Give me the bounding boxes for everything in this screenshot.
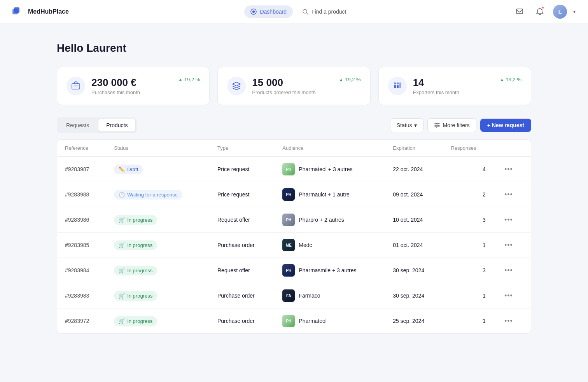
tab-requests[interactable]: Requests bbox=[58, 119, 97, 131]
row-more-button[interactable]: ••• bbox=[501, 265, 516, 276]
row-type: Request offer bbox=[210, 207, 275, 233]
purchases-trend: ▲ 19,2 % bbox=[178, 77, 200, 82]
table-body: #9283987 ✏️ Draft Price request PH Pharm… bbox=[57, 157, 531, 334]
row-responses: 3 bbox=[443, 258, 494, 283]
exporters-trend-value: 19,2 % bbox=[506, 77, 522, 82]
status-badge-icon: 🛒 bbox=[119, 242, 125, 248]
table-row[interactable]: #9283987 ✏️ Draft Price request PH Pharm… bbox=[57, 157, 531, 182]
avatar[interactable]: L bbox=[553, 5, 567, 19]
row-type: Purchase order bbox=[210, 283, 275, 308]
status-badge-label: In progress bbox=[127, 242, 152, 248]
table-row[interactable]: #9283986 🛒 In progress Request offer PH … bbox=[57, 207, 531, 233]
status-filter-button[interactable]: Status ▾ bbox=[390, 118, 424, 132]
messages-button[interactable] bbox=[513, 5, 527, 19]
table-row[interactable]: #9283985 🛒 In progress Purchase order ME… bbox=[57, 233, 531, 258]
row-more-button[interactable]: ••• bbox=[501, 315, 516, 327]
status-badge: ✏️ Draft bbox=[114, 165, 143, 174]
row-reference: #9283987 bbox=[57, 157, 106, 182]
row-audience: FA Farmaco bbox=[275, 283, 385, 308]
row-status: 🛒 In progress bbox=[106, 207, 210, 233]
row-actions: ••• bbox=[494, 207, 531, 233]
status-badge-icon: 🛒 bbox=[119, 318, 125, 324]
row-responses: 4 bbox=[443, 157, 494, 182]
navbar: MedHubPlace Dashboard Find a product bbox=[0, 0, 588, 23]
audience-label: Pharmasmile + 3 autres bbox=[299, 267, 356, 273]
audience-avatar: PH bbox=[282, 315, 295, 327]
svg-rect-1 bbox=[14, 7, 19, 13]
audience-cell: ME Medc bbox=[282, 239, 377, 251]
row-more-button[interactable]: ••• bbox=[501, 214, 516, 226]
audience-label: Medc bbox=[299, 242, 312, 248]
toolbar: Requests Products Status ▾ More filters bbox=[57, 117, 531, 133]
audience-avatar: PH bbox=[282, 163, 295, 175]
more-filters-button[interactable]: More filters bbox=[427, 118, 476, 132]
row-more-button[interactable]: ••• bbox=[501, 164, 516, 175]
stat-cards: 230 000 € Purchases this month ▲ 19,2 % … bbox=[57, 67, 531, 105]
products-trend: ▲ 19,2 % bbox=[339, 77, 360, 82]
logo[interactable]: MedHubPlace bbox=[12, 7, 69, 16]
audience-cell: PH Pharmateol + 3 autres bbox=[282, 163, 377, 175]
status-badge-label: In progress bbox=[127, 217, 152, 223]
table-row[interactable]: #9283988 🕐 Waiting for a response Price … bbox=[57, 182, 531, 207]
row-type: Price request bbox=[210, 182, 275, 207]
products-trend-value: 19,2 % bbox=[345, 77, 360, 82]
row-responses: 1 bbox=[443, 283, 494, 308]
status-badge: 🛒 In progress bbox=[114, 266, 157, 275]
nav-dashboard[interactable]: Dashboard bbox=[244, 5, 293, 18]
status-badge: 🛒 In progress bbox=[114, 240, 157, 250]
svg-rect-10 bbox=[397, 82, 399, 84]
notification-badge bbox=[541, 6, 544, 9]
row-type: Price request bbox=[210, 157, 275, 182]
col-type: Type bbox=[210, 140, 275, 157]
svg-rect-9 bbox=[394, 82, 396, 84]
new-request-button[interactable]: + New request bbox=[480, 119, 531, 132]
notifications-button[interactable] bbox=[533, 5, 547, 19]
products-value: 15 000 bbox=[252, 77, 332, 89]
avatar-chevron-icon[interactable]: ▾ bbox=[573, 9, 576, 14]
audience-avatar: ME bbox=[282, 239, 295, 251]
row-status: 🛒 In progress bbox=[106, 283, 210, 308]
nav-find-product[interactable]: Find a product bbox=[296, 5, 353, 18]
products-content: 15 000 Products ordered this month bbox=[252, 77, 332, 95]
row-expiration: 01 oct. 2024 bbox=[385, 233, 443, 258]
row-status: ✏️ Draft bbox=[106, 157, 210, 182]
logo-icon bbox=[12, 7, 25, 16]
logo-text: MedHubPlace bbox=[28, 8, 69, 15]
status-badge-icon: 🛒 bbox=[119, 268, 125, 273]
purchases-value: 230 000 € bbox=[91, 77, 172, 89]
svg-point-19 bbox=[436, 126, 437, 128]
table-row[interactable]: #9283984 🛒 In progress Request offer PH … bbox=[57, 258, 531, 283]
status-badge-label: In progress bbox=[127, 318, 152, 324]
status-badge-icon: 🛒 bbox=[119, 217, 125, 223]
row-status: 🛒 In progress bbox=[106, 258, 210, 283]
row-reference: #9283984 bbox=[57, 258, 106, 283]
status-badge-icon: ✏️ bbox=[119, 166, 125, 172]
col-responses: Responses bbox=[443, 140, 494, 157]
table-row[interactable]: #9283983 🛒 In progress Purchase order FA… bbox=[57, 283, 531, 308]
audience-avatar: PH bbox=[282, 188, 295, 201]
row-actions: ••• bbox=[494, 182, 531, 207]
navbar-actions: L ▾ bbox=[513, 5, 576, 19]
table-row[interactable]: #9283972 🛒 In progress Purchase order PH… bbox=[57, 308, 531, 334]
tab-products[interactable]: Products bbox=[98, 119, 135, 131]
purchases-icon-wrap bbox=[66, 77, 85, 95]
row-more-button[interactable]: ••• bbox=[501, 189, 516, 200]
svg-point-3 bbox=[252, 11, 255, 13]
svg-point-17 bbox=[436, 123, 437, 124]
status-badge: 🛒 In progress bbox=[114, 316, 157, 326]
sliders-icon bbox=[434, 122, 440, 128]
status-badge-icon: 🛒 bbox=[119, 293, 125, 299]
status-badge-label: In progress bbox=[127, 268, 152, 273]
audience-label: Farmaco bbox=[299, 293, 320, 299]
status-badge-label: Draft bbox=[127, 166, 138, 172]
status-badge: 🛒 In progress bbox=[114, 215, 157, 225]
svg-rect-7 bbox=[72, 84, 80, 89]
row-more-button[interactable]: ••• bbox=[501, 290, 516, 301]
search-icon bbox=[302, 9, 308, 15]
trend-up-icon-2: ▲ bbox=[339, 77, 343, 82]
nav-dashboard-label: Dashboard bbox=[260, 9, 287, 15]
audience-avatar: PH bbox=[282, 214, 295, 226]
row-reference: #9283988 bbox=[57, 182, 106, 207]
row-more-button[interactable]: ••• bbox=[501, 240, 516, 251]
purchases-icon bbox=[71, 81, 80, 91]
